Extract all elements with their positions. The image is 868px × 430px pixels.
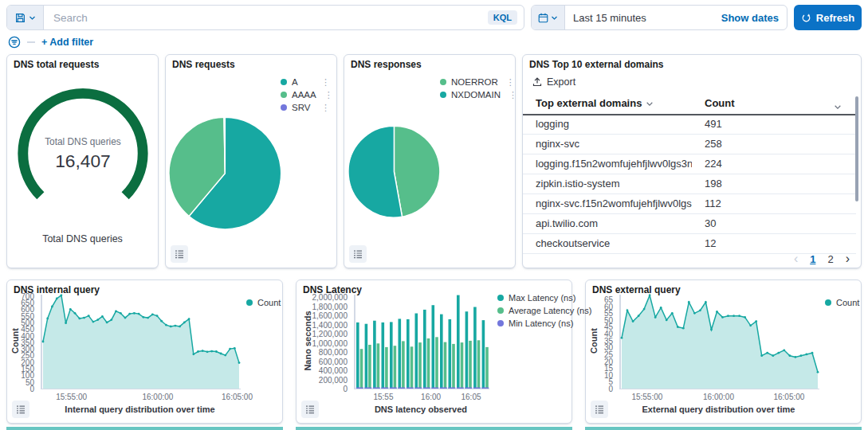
legend-toggle-button[interactable] [301,401,319,418]
show-dates-link[interactable]: Show dates [721,6,787,29]
refresh-button[interactable]: Refresh [794,5,862,30]
area-fill [43,295,239,389]
filter-icon[interactable] [8,36,21,49]
bar-avg-latency [427,338,430,389]
bar-avg-latency [435,337,438,389]
legend-dot [440,92,446,98]
export-button[interactable]: Export [532,76,575,88]
legend-item-average-latency-ns-[interactable]: Average Latency (ns) [497,304,591,317]
export-label: Export [547,76,575,88]
bar-max-latency [449,319,452,389]
cell-domain: nginx-svc.f15n2womfujehfjlwv0lgs3no... [536,197,692,209]
panel-title[interactable]: DNS Top 10 external domains [529,59,664,70]
table-row: zipkin.istio-system198 [523,174,856,194]
date-picker: Last 15 minutes Show dates [531,5,787,30]
cell-domain: logging [536,118,692,130]
legend-item-AAAA[interactable]: AAAA⋮ [281,88,330,101]
legend-item-max-latency-ns-[interactable]: Max Latency (ns) [497,291,591,304]
panel-title[interactable]: DNS total requests [14,59,99,70]
bar-min-latency [448,388,455,389]
x-axis-title: External query distribution over time [642,405,795,414]
sort-chevron-icon[interactable] [834,100,842,114]
legend-dot [281,79,287,85]
panel-dns-top-domains: DNS Top 10 external domains Export Top e… [522,54,862,268]
legend-label: Min Latency (ns) [509,319,573,328]
x-tick-label: 16:05 [461,393,481,401]
pagination-next-icon[interactable]: › [846,252,850,265]
pie-slice-NOERROR[interactable] [394,126,439,217]
y-tick-label: 800,000 [297,348,348,357]
add-filter-link[interactable]: + Add filter [41,37,93,48]
legend-menu-icon[interactable]: ⋮ [324,90,333,100]
pagination-page-2[interactable]: 2 [827,253,833,265]
x-axis-title: Internal query distribution over time [65,405,214,414]
pagination-page-1[interactable]: 1 [810,253,815,265]
gauge-center-label: Total DNS queries [45,136,121,147]
saved-query-menu-button[interactable] [7,6,44,29]
cell-domain: checkoutservice [536,237,692,249]
legend-toggle-button[interactable] [349,245,367,263]
bar-plot[interactable] [354,295,489,389]
x-axis-title: DNS latency observed [375,405,467,414]
panel-title[interactable]: DNS internal query [14,284,100,295]
bar-min-latency [473,388,481,389]
legend-item-SRV[interactable]: SRV⋮ [281,101,330,114]
time-range-label[interactable]: Last 15 minutes [565,6,721,29]
bar-avg-latency [385,347,388,389]
search-input[interactable]: Search KQL [44,6,524,29]
list-icon [16,405,26,414]
column-header-domains[interactable]: Top external domains [536,97,654,109]
bar-avg-latency [410,346,414,389]
next-row-panel-edge [585,427,862,430]
x-tick-label: 15:55:00 [631,393,662,401]
legend-item-count[interactable]: Count [246,296,281,309]
table-pagination: ‹ 1 2 › [794,252,850,265]
bar-max-latency [432,305,435,389]
bar-min-latency [356,388,363,389]
bar-min-latency [465,388,472,389]
panel-title[interactable]: DNS requests [172,59,235,70]
save-icon [15,13,26,23]
legend-toggle-button[interactable] [171,245,188,263]
legend-menu-icon[interactable]: ⋮ [321,77,330,88]
legend-toggle-button[interactable] [12,401,29,418]
bar-avg-latency [444,342,447,389]
bar-max-latency [482,320,485,389]
y-tick-label: 400,000 [297,366,348,375]
list-icon [175,249,184,259]
area-plot[interactable] [619,295,819,389]
calendar-menu-button[interactable] [532,6,565,29]
legend-menu-icon[interactable]: ⋮ [506,77,515,88]
table-scrollbar[interactable] [855,96,858,201]
legend-item-NXDOMAIN[interactable]: NXDOMAIN⋮ [440,88,509,101]
panel-title[interactable]: DNS responses [351,59,422,70]
cell-count: 30 [705,217,716,229]
legend-item-NOERROR[interactable]: NOERROR⋮ [440,76,509,88]
pie-slice-NXDOMAIN[interactable] [348,126,403,217]
kql-badge[interactable]: KQL [488,10,517,25]
calendar-icon [538,13,548,23]
legend-toggle-button[interactable] [591,401,608,418]
bar-max-latency [457,295,460,389]
panel-title[interactable]: DNS external query [592,284,681,295]
legend-menu-icon[interactable]: ⋮ [321,103,330,113]
y-tick-label: 0 [297,385,348,393]
column-header-count[interactable]: Count [705,97,735,109]
legend-item-A[interactable]: A⋮ [281,76,330,88]
legend-item-min-latency-ns-[interactable]: Min Latency (ns) [497,317,591,330]
bar-min-latency [398,388,405,389]
panel-title[interactable]: DNS Latency [303,284,362,295]
area-plot[interactable] [41,295,241,389]
bar-min-latency [423,388,430,389]
y-tick-label: 1,000,000 [297,339,348,348]
list-icon [353,249,363,259]
panel-dns-total-requests: DNS total requests Total DNS queries 16,… [6,54,159,268]
legend-item-count[interactable]: Count [825,296,859,309]
gauge-bottom-label: Total DNS queries [7,233,158,244]
legend-menu-icon[interactable]: ⋮ [509,90,517,100]
bar-max-latency [465,311,469,389]
area-fill [622,295,818,389]
y-tick-label: 0 [586,385,613,393]
legend-dot [497,320,504,326]
pagination-prev-icon[interactable]: ‹ [794,252,798,265]
